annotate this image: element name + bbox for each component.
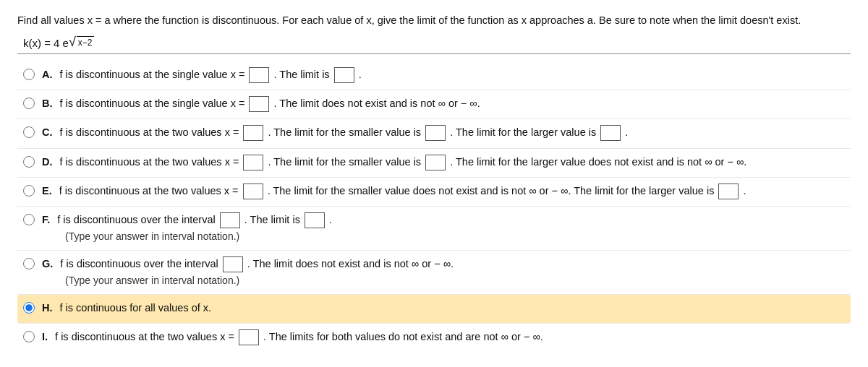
function-display: k(x) = 4 e √x−2: [23, 36, 851, 49]
problem-statement: Find all values x = a where the function…: [17, 13, 851, 29]
radio-b[interactable]: [23, 98, 35, 109]
input-box-a2[interactable]: [334, 67, 354, 83]
radio-h[interactable]: [23, 302, 35, 314]
option-row-a: A. f is discontinuous at the single valu…: [17, 61, 851, 90]
input-box-c1[interactable]: [243, 125, 263, 141]
option-row-i: I. f is discontinuous at the two values …: [17, 324, 851, 352]
input-box-a1[interactable]: [249, 67, 269, 83]
option-row-e: E. f is discontinuous at the two values …: [17, 178, 851, 207]
option-g-note: (Type your answer in interval notation.): [65, 273, 851, 289]
radio-a[interactable]: [23, 69, 35, 80]
input-box-i1[interactable]: [239, 329, 259, 345]
radio-i[interactable]: [23, 331, 35, 342]
input-box-c2[interactable]: [425, 125, 446, 141]
radio-c[interactable]: [23, 126, 35, 138]
option-row-g: G. f is discontinuous over the interval …: [17, 251, 851, 295]
input-box-e2[interactable]: [718, 184, 739, 199]
options-list: A. f is discontinuous at the single valu…: [17, 61, 851, 352]
option-row-b: B. f is discontinuous at the single valu…: [17, 90, 851, 119]
radio-d[interactable]: [23, 156, 35, 168]
radio-e[interactable]: [23, 185, 35, 197]
option-row-f: F. f is discontinuous over the interval …: [17, 207, 851, 251]
radio-g[interactable]: [23, 258, 35, 269]
section-divider: [17, 53, 851, 54]
input-box-g1[interactable]: [223, 256, 243, 272]
input-box-e1[interactable]: [243, 184, 263, 199]
input-box-f2[interactable]: [305, 212, 325, 228]
input-box-d2[interactable]: [425, 155, 446, 170]
input-box-d1[interactable]: [243, 155, 263, 170]
input-box-b1[interactable]: [249, 96, 269, 112]
option-f-note: (Type your answer in interval notation.): [65, 229, 851, 245]
option-row-d: D. f is discontinuous at the two values …: [17, 149, 851, 178]
input-box-f1[interactable]: [220, 212, 240, 228]
input-box-c3[interactable]: [600, 125, 621, 141]
option-row-h: H. f is continuous for all values of x.: [17, 295, 851, 324]
radio-f[interactable]: [23, 214, 35, 225]
option-row-c: C. f is discontinuous at the two values …: [17, 119, 851, 148]
